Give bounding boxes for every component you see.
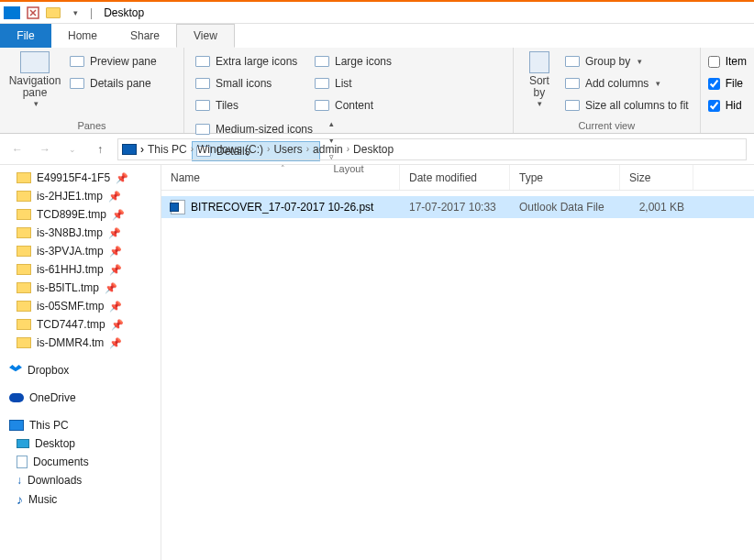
layout-tiles[interactable]: Tiles bbox=[192, 95, 307, 115]
quick-item[interactable]: E49915F4-1F5📌 bbox=[0, 169, 161, 187]
nav-documents[interactable]: Documents bbox=[0, 453, 161, 471]
showhide-group-label bbox=[708, 129, 747, 131]
folder-icon bbox=[17, 172, 31, 183]
layout-medium[interactable]: Medium-sized icons bbox=[192, 119, 320, 139]
details-pane-label: Details pane bbox=[90, 77, 151, 90]
quick-item[interactable]: is-DMMR4.tm📌 bbox=[0, 334, 161, 352]
downloads-icon: ↓ bbox=[17, 474, 22, 487]
pin-icon: 📌 bbox=[111, 319, 124, 331]
file-ext-toggle[interactable]: File bbox=[708, 73, 747, 93]
onedrive-icon bbox=[9, 393, 24, 402]
chevron-down-icon: ▾ bbox=[638, 57, 642, 66]
quick-item[interactable]: is-05SMF.tmp📌 bbox=[0, 297, 161, 315]
sort-by-button[interactable]: Sort by ▾ bbox=[521, 51, 558, 108]
folder-icon bbox=[46, 7, 61, 18]
chevron-right-icon[interactable]: › bbox=[306, 144, 309, 154]
tab-view[interactable]: View bbox=[176, 24, 235, 48]
folder-icon bbox=[17, 246, 31, 257]
crumb-desktop[interactable]: Desktop bbox=[353, 143, 394, 156]
navigation-pane-button[interactable]: Navigation pane ▾ bbox=[7, 51, 62, 108]
thispc-icon bbox=[9, 420, 24, 431]
nav-thispc[interactable]: This PC bbox=[0, 416, 161, 434]
file-row[interactable]: BITRECOVER_17-07-2017 10-26.pst 17-07-20… bbox=[161, 196, 754, 218]
preview-pane-label: Preview pane bbox=[90, 55, 157, 68]
details-pane-button[interactable]: Details pane bbox=[66, 73, 176, 93]
chevron-right-icon[interactable]: › bbox=[267, 144, 270, 154]
crumb-users[interactable]: Users› bbox=[273, 143, 309, 156]
layout-list[interactable]: List bbox=[311, 73, 421, 93]
up-button[interactable]: ↑ bbox=[90, 139, 110, 159]
file-type-cell: Outlook Data File bbox=[510, 201, 620, 214]
chevron-right-icon[interactable]: › bbox=[140, 143, 144, 156]
chevron-right-icon[interactable]: › bbox=[191, 144, 194, 154]
pin-icon: 📌 bbox=[109, 301, 122, 313]
col-type[interactable]: Type bbox=[510, 165, 620, 190]
chevron-right-icon[interactable]: › bbox=[347, 144, 349, 154]
group-by-icon bbox=[565, 56, 580, 67]
ribbon: Navigation pane ▾ Preview pane Details p… bbox=[0, 48, 754, 134]
crumb-admin[interactable]: admin› bbox=[313, 143, 349, 156]
layout-scroll-up-icon[interactable]: ▴ bbox=[329, 119, 334, 128]
nav-desktop[interactable]: Desktop bbox=[0, 434, 161, 453]
ribbon-tabs: File Home Share View bbox=[0, 24, 754, 48]
navigation-pane[interactable]: E49915F4-1F5📌 is-2HJE1.tmp📌 TCD899E.tmp📌… bbox=[0, 165, 161, 560]
documents-icon bbox=[17, 456, 28, 468]
quick-item[interactable]: is-3PVJA.tmp📌 bbox=[0, 242, 161, 260]
qat-properties-icon[interactable] bbox=[26, 5, 40, 20]
navigation-pane-label: Navigation pane bbox=[9, 75, 61, 99]
layout-large[interactable]: Large icons bbox=[311, 51, 421, 71]
quick-item[interactable]: is-B5ITL.tmp📌 bbox=[0, 279, 161, 297]
sort-by-icon bbox=[529, 51, 549, 73]
details-pane-icon bbox=[70, 78, 84, 89]
nav-music[interactable]: ♪Music bbox=[0, 489, 161, 510]
small-icons-icon bbox=[195, 78, 210, 89]
outlook-data-file-icon bbox=[171, 200, 185, 214]
crumb-thispc[interactable]: This PC› bbox=[148, 143, 194, 156]
layout-small[interactable]: Small icons bbox=[192, 73, 307, 93]
quick-item[interactable]: is-3N8BJ.tmp📌 bbox=[0, 224, 161, 242]
pin-icon: 📌 bbox=[105, 282, 117, 294]
col-date[interactable]: Date modified bbox=[400, 165, 510, 190]
ribbon-group-panes: Navigation pane ▾ Preview pane Details p… bbox=[0, 48, 184, 133]
breadcrumb[interactable]: › This PC› Windows (C:)› Users› admin› D… bbox=[117, 138, 747, 160]
item-checkboxes-toggle[interactable]: Item bbox=[708, 51, 747, 71]
col-size[interactable]: Size bbox=[620, 165, 693, 190]
hidden-items-toggle[interactable]: Hid bbox=[708, 95, 747, 115]
add-columns-icon bbox=[565, 78, 580, 89]
folder-icon bbox=[17, 337, 31, 348]
preview-pane-button[interactable]: Preview pane bbox=[66, 51, 176, 71]
qat-dropdown-icon[interactable]: ▾ bbox=[68, 5, 83, 20]
navigation-pane-icon bbox=[20, 51, 50, 73]
folder-icon bbox=[17, 191, 31, 202]
recent-locations-button[interactable]: ⌄ bbox=[62, 139, 83, 159]
large-icons-icon bbox=[315, 56, 329, 67]
crumb-windows[interactable]: Windows (C:)› bbox=[197, 143, 270, 156]
layout-content[interactable]: Content bbox=[311, 95, 421, 115]
forward-button[interactable]: → bbox=[35, 139, 55, 159]
pin-icon: 📌 bbox=[109, 246, 122, 258]
tab-file[interactable]: File bbox=[0, 24, 51, 48]
col-name[interactable]: Name˄ bbox=[161, 165, 400, 190]
list-icon bbox=[315, 78, 329, 89]
pc-icon bbox=[122, 144, 137, 155]
quick-item[interactable]: is-2HJE1.tmp📌 bbox=[0, 187, 161, 205]
quick-item[interactable]: TCD7447.tmp📌 bbox=[0, 315, 161, 334]
nav-dropbox[interactable]: Dropbox bbox=[0, 361, 161, 379]
group-by-button[interactable]: Group by▾ bbox=[561, 51, 693, 71]
system-menu-icon[interactable] bbox=[4, 6, 20, 19]
tab-share[interactable]: Share bbox=[114, 24, 176, 48]
size-columns-button[interactable]: Size all columns to fit bbox=[561, 95, 693, 115]
nav-onedrive[interactable]: OneDrive bbox=[0, 389, 161, 407]
nav-downloads[interactable]: ↓Downloads bbox=[0, 471, 161, 489]
add-columns-button[interactable]: Add columns▾ bbox=[561, 73, 693, 93]
layout-extra-large[interactable]: Extra large icons bbox=[192, 51, 307, 71]
quick-item[interactable]: TCD899E.tmp📌 bbox=[0, 205, 161, 224]
pin-icon: 📌 bbox=[116, 172, 128, 184]
back-button[interactable]: ← bbox=[7, 139, 28, 159]
tiles-icon bbox=[195, 100, 210, 111]
dropbox-icon bbox=[9, 365, 22, 376]
tab-home[interactable]: Home bbox=[51, 24, 114, 48]
window-title: Desktop bbox=[104, 6, 144, 19]
chevron-down-icon: ▾ bbox=[656, 79, 660, 88]
quick-item[interactable]: is-61HHJ.tmp📌 bbox=[0, 260, 161, 279]
